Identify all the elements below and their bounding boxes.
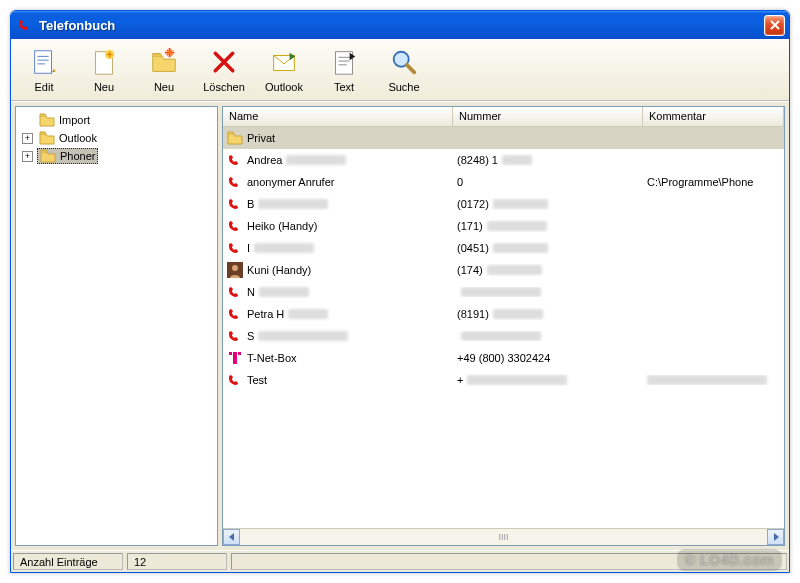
row-icon <box>227 152 243 168</box>
new-folder-icon <box>148 46 180 78</box>
table-row[interactable]: S <box>223 325 784 347</box>
number-text: +49 (800) 3302424 <box>457 352 550 364</box>
name-text: I <box>247 242 250 254</box>
row-icon <box>227 262 243 278</box>
column-number[interactable]: Nummer <box>453 107 643 126</box>
list-header[interactable]: Name Nummer Kommentar <box>223 107 784 127</box>
list-body[interactable]: PrivatAndrea(8248) 1anonymer Anrufer0C:\… <box>223 127 784 528</box>
name-text: N <box>247 286 255 298</box>
name-text: Kuni (Handy) <box>247 264 311 276</box>
number-text: (174) <box>457 264 483 276</box>
table-row[interactable]: Test+ <box>223 369 784 391</box>
name-text: anonymer Anrufer <box>247 176 334 188</box>
tree-item-phoner[interactable]: +Phoner <box>18 147 215 165</box>
toolbar: Edit Neu Neu Löschen Outlook <box>11 39 789 101</box>
close-button[interactable] <box>764 15 785 36</box>
table-row[interactable]: I(0451) <box>223 237 784 259</box>
expand-icon[interactable]: + <box>22 133 33 144</box>
redacted <box>647 375 767 385</box>
number-text: (8248) 1 <box>457 154 498 166</box>
table-row[interactable]: B(0172) <box>223 193 784 215</box>
folder-icon <box>40 149 56 163</box>
scroll-left-button[interactable] <box>223 529 240 545</box>
delete-icon <box>208 46 240 78</box>
expand-spacer <box>22 115 33 126</box>
new-entry-button[interactable]: Neu <box>75 42 133 98</box>
svg-rect-0 <box>35 51 52 74</box>
table-row[interactable]: Petra H(8191) <box>223 303 784 325</box>
name-cell: anonymer Anrufer <box>223 174 453 190</box>
name-cell: Kuni (Handy) <box>223 262 453 278</box>
name-text: Heiko (Handy) <box>247 220 317 232</box>
content-area: Import+Outlook+Phoner Name Nummer Kommen… <box>11 101 789 550</box>
scroll-right-button[interactable] <box>767 529 784 545</box>
table-row[interactable]: anonymer Anrufer0C:\Programme\Phone <box>223 171 784 193</box>
outlook-icon <box>268 46 300 78</box>
redacted <box>258 199 328 209</box>
name-cell: I <box>223 240 453 256</box>
text-export-button[interactable]: Text <box>315 42 373 98</box>
table-row[interactable]: Heiko (Handy)(171) <box>223 215 784 237</box>
row-icon <box>227 306 243 322</box>
number-text: + <box>457 374 463 386</box>
search-label: Suche <box>388 81 419 93</box>
tree-item-outlook[interactable]: +Outlook <box>18 129 215 147</box>
comment-cell <box>643 375 784 385</box>
table-row[interactable]: Andrea(8248) 1 <box>223 149 784 171</box>
redacted <box>288 309 328 319</box>
svg-rect-11 <box>233 352 237 364</box>
redacted <box>493 243 548 253</box>
outlook-label: Outlook <box>265 81 303 93</box>
number-cell: +49 (800) 3302424 <box>453 352 643 364</box>
name-cell: Heiko (Handy) <box>223 218 453 234</box>
column-name[interactable]: Name <box>223 107 453 126</box>
search-button[interactable]: Suche <box>375 42 433 98</box>
redacted <box>461 331 541 341</box>
number-text: (0172) <box>457 198 489 210</box>
contact-list[interactable]: Name Nummer Kommentar PrivatAndrea(8248)… <box>222 106 785 546</box>
table-row[interactable]: Kuni (Handy)(174) <box>223 259 784 281</box>
text-label: Text <box>334 81 354 93</box>
new-folder-label: Neu <box>154 81 174 93</box>
tree-item-label: Outlook <box>59 132 97 144</box>
row-icon <box>227 284 243 300</box>
number-text: (171) <box>457 220 483 232</box>
table-row[interactable]: T-Net-Box+49 (800) 3302424 <box>223 347 784 369</box>
group-row[interactable]: Privat <box>223 127 784 149</box>
horizontal-scrollbar[interactable]: IIII <box>223 528 784 545</box>
row-icon <box>227 350 243 366</box>
number-cell <box>453 331 643 341</box>
column-comment[interactable]: Kommentar <box>643 107 784 126</box>
svg-rect-9 <box>238 352 241 355</box>
name-cell: N <box>223 284 453 300</box>
number-text: 0 <box>457 176 463 188</box>
expand-icon[interactable]: + <box>22 151 33 162</box>
tree-item-label-wrap: Phoner <box>37 148 98 164</box>
phone-app-icon <box>17 17 33 33</box>
tree-item-label-wrap: Import <box>37 113 92 127</box>
folder-tree[interactable]: Import+Outlook+Phoner <box>15 106 218 546</box>
table-row[interactable]: N <box>223 281 784 303</box>
name-cell: T-Net-Box <box>223 350 453 366</box>
name-text: Andrea <box>247 154 282 166</box>
number-cell: (174) <box>453 264 643 276</box>
titlebar[interactable]: Telefonbuch <box>11 11 789 39</box>
name-cell: Test <box>223 372 453 388</box>
row-icon <box>227 328 243 344</box>
comment-text: C:\Programme\Phone <box>647 176 753 188</box>
number-cell: (8191) <box>453 308 643 320</box>
row-icon <box>227 240 243 256</box>
tree-item-label-wrap: Outlook <box>37 131 99 145</box>
new-folder-button[interactable]: Neu <box>135 42 193 98</box>
delete-button[interactable]: Löschen <box>195 42 253 98</box>
number-cell: 0 <box>453 176 643 188</box>
edit-button[interactable]: Edit <box>15 42 73 98</box>
redacted <box>258 331 348 341</box>
search-icon <box>388 46 420 78</box>
redacted <box>254 243 314 253</box>
number-text: (0451) <box>457 242 489 254</box>
tree-item-import[interactable]: Import <box>18 111 215 129</box>
scroll-track[interactable]: IIII <box>240 529 767 545</box>
number-text: (8191) <box>457 308 489 320</box>
outlook-button[interactable]: Outlook <box>255 42 313 98</box>
